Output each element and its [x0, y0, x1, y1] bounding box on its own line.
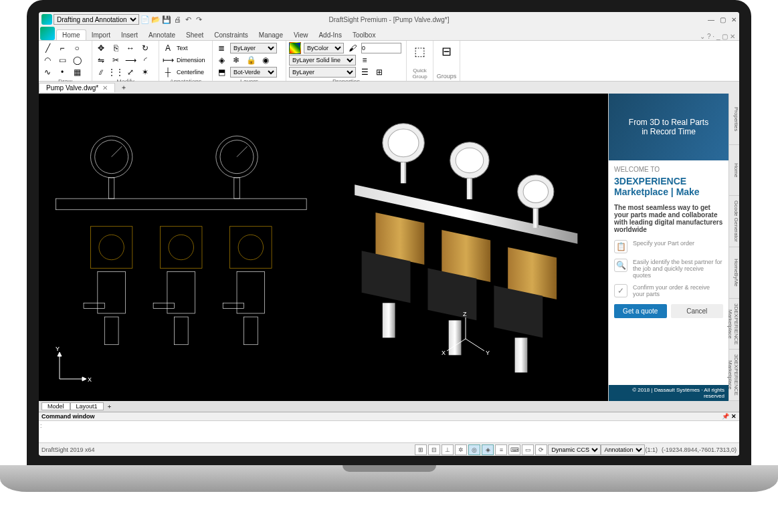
- command-window: Command window📌 ✕: [39, 412, 739, 442]
- sb-cycle-icon[interactable]: ⟳: [535, 444, 547, 455]
- tab-close-icon[interactable]: ✕: [102, 84, 108, 92]
- tab-manage[interactable]: Manage: [254, 30, 288, 40]
- add-tab-icon[interactable]: ＋: [116, 83, 131, 92]
- circle-icon[interactable]: ○: [71, 42, 83, 54]
- side-tab-properties[interactable]: Properties: [729, 94, 739, 145]
- sb-snap-icon[interactable]: ⊞: [415, 444, 427, 455]
- add-layout-icon[interactable]: ＋: [104, 402, 115, 411]
- array-icon[interactable]: ⋮⋮: [110, 66, 122, 78]
- layer-state-icon[interactable]: ⬒: [215, 66, 227, 78]
- color-swatch-icon[interactable]: [289, 42, 301, 54]
- tab-view[interactable]: View: [288, 30, 314, 40]
- layout-tab-model[interactable]: Model: [41, 402, 70, 410]
- prop-value-input[interactable]: [361, 43, 401, 53]
- trim-icon[interactable]: ✂: [110, 54, 122, 66]
- sb-model-icon[interactable]: ▭: [522, 444, 534, 455]
- groups-icon[interactable]: ⊟: [437, 42, 456, 61]
- move-icon[interactable]: ✥: [95, 42, 107, 54]
- viewport-3d[interactable]: ZXY: [324, 94, 608, 400]
- command-input[interactable]: [40, 422, 738, 429]
- dynamic-ccs-select[interactable]: Dynamic CCS: [548, 444, 601, 455]
- sb-esnap-icon[interactable]: ◎: [468, 444, 480, 455]
- ellipse-icon[interactable]: ◯: [71, 54, 83, 66]
- workspace-select[interactable]: Drafting and Annotation: [54, 14, 139, 25]
- sb-ortho-icon[interactable]: ⊥: [442, 444, 454, 455]
- sb-polar-icon[interactable]: ✲: [455, 444, 467, 455]
- text-icon[interactable]: A: [162, 42, 174, 54]
- get-quote-button[interactable]: Get a quote: [614, 304, 667, 318]
- tab-import[interactable]: Import: [86, 30, 116, 40]
- dimension-icon[interactable]: ⟼: [162, 54, 174, 66]
- layout-tabs: Model Layout1 ＋: [39, 401, 739, 412]
- side-tab-marketplace-2[interactable]: 3DEXPERIENCE Marketplace: [729, 350, 739, 401]
- layout-tab-layout1[interactable]: Layout1: [70, 402, 104, 410]
- app-menu-icon[interactable]: [40, 27, 55, 40]
- props-icon[interactable]: ⊞: [373, 66, 385, 78]
- help-icon[interactable]: ⌄ ? · _ ▢ ✕: [700, 33, 735, 40]
- undo-icon[interactable]: ↶: [183, 15, 193, 24]
- layer-iso-icon[interactable]: ◈: [215, 54, 227, 66]
- match-props-icon[interactable]: 🖌: [347, 42, 359, 54]
- viewport-2d[interactable]: XY: [39, 94, 323, 400]
- tab-addins[interactable]: Add-Ins: [313, 30, 347, 40]
- mirror-icon[interactable]: ⇋: [95, 54, 107, 66]
- fillet-icon[interactable]: ◜: [139, 54, 151, 66]
- save-icon[interactable]: 💾: [162, 15, 171, 24]
- polyline-icon[interactable]: ⌐: [56, 42, 68, 54]
- explode-icon[interactable]: ✶: [139, 66, 151, 78]
- tab-toolbox[interactable]: Toolbox: [347, 30, 381, 40]
- offset-icon[interactable]: ⫽: [95, 66, 107, 78]
- tab-sheet[interactable]: Sheet: [181, 30, 209, 40]
- redo-icon[interactable]: ↷: [194, 15, 203, 24]
- annotation-select[interactable]: Annotation: [601, 444, 645, 455]
- extend-icon[interactable]: ⟶: [124, 54, 136, 66]
- sb-lwt-icon[interactable]: ≡: [495, 444, 507, 455]
- layer-manager-icon[interactable]: ≣: [215, 42, 227, 54]
- ribbon-group-draw: ╱⌐○ ◠▭◯ ∿•▦ Draw: [39, 41, 92, 81]
- cancel-button[interactable]: Cancel: [671, 304, 724, 318]
- cmd-close-icon[interactable]: ✕: [731, 413, 737, 420]
- quick-group-icon[interactable]: ⬚: [411, 42, 429, 61]
- stretch-icon[interactable]: ↔: [124, 42, 136, 54]
- layer-select[interactable]: ByLayer: [230, 43, 277, 53]
- open-icon[interactable]: 📂: [151, 15, 161, 24]
- sb-qinput-icon[interactable]: ⌨: [508, 444, 520, 455]
- lineweight-select[interactable]: ByLayer: [289, 67, 356, 78]
- linetype-select[interactable]: ByLayer Solid line: [289, 55, 356, 65]
- sb-etrack-icon[interactable]: ◈: [482, 444, 494, 455]
- hatch-icon[interactable]: ▦: [71, 66, 83, 78]
- layer-off-icon[interactable]: ◉: [260, 54, 272, 66]
- layer-state-select[interactable]: Bot-Verde: [230, 67, 277, 78]
- cmd-pin-icon[interactable]: 📌: [722, 413, 729, 420]
- rotate-icon[interactable]: ↻: [139, 42, 151, 54]
- tab-annotate[interactable]: Annotate: [143, 30, 181, 40]
- list-icon[interactable]: ☰: [359, 66, 371, 78]
- centerline-icon[interactable]: ┼: [162, 66, 174, 78]
- side-tab-marketplace[interactable]: 3DEXPERIENCE Marketplace: [729, 299, 739, 350]
- new-icon[interactable]: 📄: [140, 15, 150, 24]
- tab-constraints[interactable]: Constraints: [209, 30, 254, 40]
- scale-icon[interactable]: ⤢: [124, 66, 136, 78]
- side-tab-gcode[interactable]: Gcode Generator: [729, 196, 739, 247]
- maximize-icon[interactable]: ▢: [720, 16, 726, 23]
- line-icon[interactable]: ╱: [41, 42, 54, 54]
- layer-freeze-icon[interactable]: ❄: [230, 54, 242, 66]
- print-icon[interactable]: 🖨: [173, 15, 182, 24]
- layer-lock-icon[interactable]: 🔒: [245, 54, 257, 66]
- minimize-icon[interactable]: —: [708, 16, 714, 23]
- linetype-icon[interactable]: ≡: [359, 54, 371, 66]
- color-select[interactable]: ByColor: [304, 43, 344, 53]
- copy-icon[interactable]: ⎘: [110, 42, 122, 54]
- spline-icon[interactable]: ∿: [41, 66, 54, 78]
- tab-home[interactable]: Home: [56, 29, 86, 40]
- close-icon[interactable]: ✕: [731, 16, 737, 23]
- sb-grid-icon[interactable]: ⊟: [428, 444, 440, 455]
- arc-icon[interactable]: ◠: [41, 54, 54, 66]
- app-window: Drafting and Annotation 📄 📂 💾 🖨 ↶ ↷ Draf…: [39, 12, 739, 456]
- rect-icon[interactable]: ▭: [56, 54, 68, 66]
- side-tab-home[interactable]: Home: [729, 145, 739, 196]
- point-icon[interactable]: •: [56, 66, 68, 78]
- side-tab-homebyme[interactable]: HomeByMe: [729, 247, 739, 299]
- tab-insert[interactable]: Insert: [116, 30, 143, 40]
- document-tab[interactable]: Pump Valve.dwg* ✕: [39, 83, 115, 92]
